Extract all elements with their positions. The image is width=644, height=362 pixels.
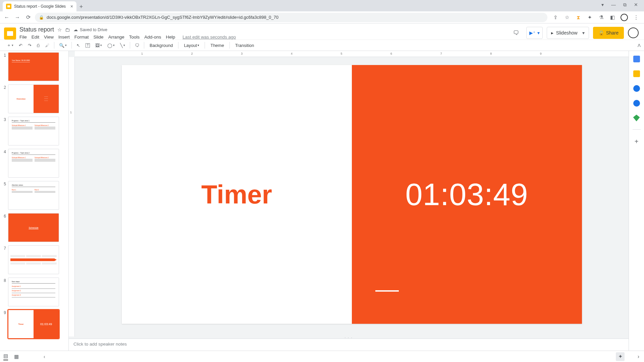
tasks-addon-icon[interactable] [633, 85, 640, 92]
url-input[interactable]: 🔒 docs.google.com/presentation/d/1D3IKt-… [35, 13, 547, 22]
forward-button[interactable]: → [13, 13, 21, 21]
slide-thumb-3[interactable]: 3 Progress – Topic area 1Subtopic/Milest… [1, 117, 66, 145]
comments-button[interactable]: 🗨 [510, 27, 522, 39]
reload-button[interactable]: ⟳ [24, 13, 32, 21]
filmstrip-view-icon[interactable]: ▤ [3, 353, 8, 360]
slide-stage[interactable]: Timer 01:03:49 [75, 57, 629, 337]
keep-addon-icon[interactable] [633, 70, 640, 77]
speaker-notes[interactable]: Click to add speaker notes [69, 339, 629, 351]
chrome-profile-icon[interactable] [621, 14, 628, 21]
paint-format-button[interactable]: 🖌 [43, 42, 51, 49]
vertical-ruler: 1 [69, 57, 75, 337]
save-status[interactable]: ☁ Saved to Drive [73, 27, 107, 32]
close-window-icon[interactable]: ✕ [634, 2, 638, 8]
last-edit-link[interactable]: Last edit was seconds ago [182, 35, 236, 40]
contacts-addon-icon[interactable] [633, 100, 640, 107]
workspace: 1 Your Name / 00.00.0000 2 Overview ────… [0, 51, 644, 351]
current-slide[interactable]: Timer 01:03:49 [122, 65, 582, 324]
menu-tools[interactable]: Tools [129, 35, 140, 40]
browser-tab-strip: Status report - Google Slides × + ▾ — ⧉ … [0, 0, 644, 11]
slides-app-icon[interactable] [4, 27, 16, 40]
shape-tool[interactable]: ◯▾ [105, 42, 117, 49]
chrome-menu-icon[interactable]: ⋮ [633, 14, 639, 21]
select-tool[interactable]: ↖ [74, 42, 82, 49]
transition-button[interactable]: Transition [232, 42, 257, 49]
lock-icon: 🔒 [598, 30, 604, 36]
address-bar: ← → ⟳ 🔒 docs.google.com/presentation/d/1… [0, 11, 644, 23]
share-page-icon[interactable]: ⇪ [552, 14, 559, 21]
extensions-puzzle-icon[interactable]: ✦ [586, 14, 593, 21]
comment-tool[interactable]: 🗨 [133, 42, 141, 49]
print-button[interactable]: ⎙ [35, 42, 42, 49]
image-tool[interactable]: 🖼▾ [93, 42, 104, 49]
side-panel-toggle-icon[interactable]: › [638, 354, 639, 360]
menu-addons[interactable]: Add-ons [144, 35, 161, 40]
calendar-addon-icon[interactable] [633, 56, 640, 62]
bottom-bar: ▤ ▦ ‹ ✦ › [0, 351, 644, 362]
menu-slide[interactable]: Slide [94, 35, 104, 40]
caret-down-icon: ▾ [537, 30, 540, 36]
hourglass-extension-icon[interactable]: ⧗ [575, 14, 582, 21]
side-panel-divider [633, 129, 641, 130]
theme-button[interactable]: Theme [208, 42, 226, 49]
extension-icons: ⇪ ☆ ⧗ ✦ ⚗ ◧ ⋮ [550, 14, 641, 21]
side-panel-icon[interactable]: ◧ [609, 14, 616, 21]
zoom-button[interactable]: 🔍▾ [57, 42, 69, 49]
cloud-icon: ☁ [73, 27, 78, 32]
collapse-filmstrip-icon[interactable]: ‹ [44, 354, 45, 359]
new-tab-button[interactable]: + [76, 2, 86, 11]
menu-view[interactable]: View [44, 35, 54, 40]
menu-file[interactable]: File [19, 35, 27, 40]
undo-button[interactable]: ↶ [17, 42, 24, 49]
chevron-down-icon[interactable]: ▾ [601, 2, 604, 8]
browser-tab[interactable]: Status report - Google Slides × [3, 1, 76, 11]
lab-flask-icon[interactable]: ⚗ [598, 14, 604, 21]
url-text: docs.google.com/presentation/d/1D3IKt-vi… [47, 15, 278, 20]
share-button[interactable]: 🔒 Share [593, 27, 624, 39]
menu-bar: File Edit View Insert Format Slide Arran… [19, 35, 236, 40]
account-avatar[interactable] [628, 27, 639, 38]
menu-arrange[interactable]: Arrange [108, 35, 124, 40]
document-title[interactable]: Status report [19, 26, 54, 33]
slide-title[interactable]: Timer [201, 179, 272, 210]
play-icon: ▸ [551, 30, 553, 36]
menu-edit[interactable]: Edit [32, 35, 39, 40]
background-button[interactable]: Background [147, 42, 175, 49]
minimize-icon[interactable]: — [611, 2, 616, 8]
menu-insert[interactable]: Insert [58, 35, 70, 40]
textbox-tool[interactable]: 🅃 [84, 42, 92, 49]
present-dropdown[interactable]: ▶⁺ ▾ [526, 27, 543, 39]
slideshow-button[interactable]: ▸ Slideshow ▾ [547, 27, 589, 39]
layout-button[interactable]: Layout▾ [181, 42, 202, 49]
close-tab-icon[interactable]: × [70, 4, 73, 9]
move-folder-icon[interactable]: 🗀 [65, 27, 70, 33]
back-button[interactable]: ← [3, 13, 11, 21]
slide-thumb-4[interactable]: 4 Progress – Topic area 2Subtopic/Milest… [1, 149, 66, 178]
bookmark-star-icon[interactable]: ☆ [564, 14, 570, 21]
slide-thumb-7[interactable]: 7 [1, 245, 66, 274]
timer-value[interactable]: 01:03:49 [405, 177, 528, 212]
slide-left-panel: Timer [122, 65, 352, 324]
maximize-icon[interactable]: ⧉ [623, 2, 627, 8]
slide-thumb-1[interactable]: 1 Your Name / 00.00.0000 [1, 52, 66, 81]
menu-help[interactable]: Help [166, 35, 175, 40]
new-slide-button[interactable]: ＋▾ [5, 41, 15, 50]
slide-thumb-9[interactable]: 9 Timer 01:03:49 [1, 310, 66, 339]
collapse-toolbar-icon[interactable]: ᐱ [638, 43, 641, 48]
accent-bar [375, 290, 399, 292]
grid-view-icon[interactable]: ▦ [14, 354, 19, 360]
maps-addon-icon[interactable] [633, 115, 640, 121]
line-tool[interactable]: ╲▾ [118, 42, 127, 49]
star-icon[interactable]: ☆ [57, 27, 62, 33]
slide-thumb-8[interactable]: 8 Next stepsAssignment 1Assignment 2Assi… [1, 278, 66, 306]
menu-format[interactable]: Format [74, 35, 89, 40]
slide-thumb-6[interactable]: 6 Schedule [1, 213, 66, 242]
slide-thumb-5[interactable]: 5 Attention areasRow 1Row 2 [1, 181, 66, 210]
slides-favicon [6, 4, 11, 9]
toolbar: ＋▾ ↶ ↷ ⎙ 🖌 🔍▾ ↖ 🅃 🖼▾ ◯▾ ╲▾ 🗨 Background … [0, 40, 644, 51]
explore-button[interactable]: ✦ [616, 352, 625, 361]
slide-thumb-2[interactable]: 2 Overview ──────────── [1, 84, 66, 113]
redo-button[interactable]: ↷ [26, 42, 34, 49]
get-addons-icon[interactable]: + [635, 138, 639, 145]
filmstrip[interactable]: 1 Your Name / 00.00.0000 2 Overview ────… [0, 51, 69, 351]
